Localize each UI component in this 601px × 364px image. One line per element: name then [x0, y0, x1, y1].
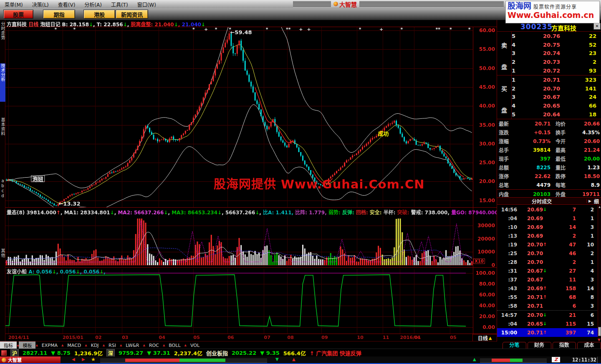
toolbar-grip[interactable]: [293, 1, 504, 7]
tick-row-4[interactable]: :1920.70↑4710: [497, 240, 598, 249]
tick-time: :10: [497, 224, 517, 230]
quantity: 93: [560, 68, 601, 74]
sidebar-item-3[interactable]: abcd: [0, 178, 5, 208]
price: 20.72: [520, 68, 560, 74]
tick-count: 2: [576, 251, 598, 256]
period-up-icon: ▲: [489, 336, 492, 340]
boat-axis-tick: 40.00: [473, 303, 495, 309]
tick-row-12[interactable]: 14:5720.70↓216: [497, 310, 598, 319]
tick-arrow-icon: ↑: [543, 330, 548, 335]
favorite-star-icon[interactable]: ★: [91, 356, 96, 362]
tick-detail-button[interactable]: 细: [593, 198, 601, 205]
tab-成本[interactable]: 成本: [577, 342, 601, 349]
indicator-tab-LW&R[interactable]: LW&R: [122, 342, 143, 349]
indicator-tab-KDJ[interactable]: KDJ: [87, 342, 103, 349]
sidebar-item-4[interactable]: 其他: [0, 249, 5, 269]
tick-row-14[interactable]: 15:0020.71↑39774: [497, 328, 598, 337]
tick-row-5[interactable]: :2520.70462: [497, 249, 598, 258]
ask-row-1[interactable]: 420.7552: [512, 40, 601, 49]
menu-item-3[interactable]: 分析(A): [80, 1, 106, 8]
indicator-tab-MACD[interactable]: MACD: [63, 342, 85, 349]
indicator-tab-指标[interactable]: 指标: [0, 341, 17, 349]
sidebar-item-0[interactable]: 分时走势: [0, 22, 5, 61]
tick-row-6[interactable]: :2820.7021: [497, 258, 598, 266]
stat-label: 总笔: [497, 181, 520, 188]
status-item-10: ▼ 9.35: [260, 350, 280, 356]
indicator-tab-bar: 指标▲模板▲EXPMA▲MACD▲KDJ▲RSI▲LW&R▲ROC▲BOLL▲V…: [0, 341, 497, 349]
indicator-tab-VOL[interactable]: VOL: [187, 342, 203, 349]
bid-row-3[interactable]: 420.6566: [512, 101, 601, 110]
menu-item-4[interactable]: 工具(T): [106, 1, 133, 8]
bid-row-4[interactable]: 520.6418: [512, 110, 601, 119]
down-arrow-icon[interactable]: ▼: [275, 357, 279, 361]
indicator-tab-BOLL[interactable]: BOLL: [165, 342, 184, 349]
tick-row-1[interactable]: :0420.6911: [497, 214, 598, 223]
date-axis-label: 04: [159, 335, 165, 340]
stat-label: 最低: [550, 155, 576, 162]
tick-row-2[interactable]: :1020.69143: [497, 223, 598, 231]
price-axis-tick: 45.00: [473, 84, 495, 90]
ask-row-4[interactable]: 120.7293: [512, 66, 601, 75]
tick-volume: 68: [548, 294, 576, 300]
quantity: 141: [560, 85, 601, 92]
indicator-tab-RSI[interactable]: RSI: [105, 342, 120, 349]
volume-chart[interactable]: [5, 216, 473, 267]
indicator-tab-EXPMA[interactable]: EXPMA: [38, 342, 61, 349]
order-book: 卖 盘 买 盘 520.7622420.7552320.7423220.7321…: [497, 31, 601, 119]
tick-row-0[interactable]: 14:5620.69↓72: [497, 205, 598, 214]
menu-item-1[interactable]: 决策(L): [28, 1, 53, 8]
period-selector[interactable]: 日线 ▲: [472, 334, 497, 341]
next-arrow-icon[interactable]: ▶: [82, 357, 85, 361]
toolbar-button-2[interactable]: 港股: [83, 10, 115, 19]
menu-item-2[interactable]: 查看(V): [53, 1, 80, 8]
menu-item-5[interactable]: 窗口(W): [133, 1, 161, 8]
tick-row-11[interactable]: :5820.7163: [497, 301, 598, 310]
up-green-arrow-icon[interactable]: ▲: [473, 357, 476, 361]
menu-item-0[interactable]: 菜单(M): [0, 1, 28, 8]
toolbar-button-0[interactable]: 股票: [3, 10, 33, 19]
z-logo-icon[interactable]: Z: [552, 357, 560, 362]
price-axis-tick: 15.00: [473, 198, 495, 203]
up-arrow-icon[interactable]: ▲: [292, 357, 295, 361]
ask-row-3[interactable]: 220.732: [512, 58, 601, 66]
ask-row-2[interactable]: 320.7423: [512, 49, 601, 58]
tick-volume: 158: [548, 286, 576, 291]
tick-row-13[interactable]: :0420.65↓11515: [497, 319, 598, 328]
sidebar-item-2[interactable]: 基本资料: [0, 118, 5, 156]
quantity: 323: [560, 77, 601, 83]
stat-label: 内盘: [497, 191, 520, 198]
indicator-tab-模板[interactable]: 模板: [19, 341, 35, 349]
tick-row-7[interactable]: :3120.67↓274: [497, 266, 598, 275]
bid-row-0[interactable]: 120.71323: [512, 75, 601, 84]
toolbar-button-3[interactable]: 新闻资讯: [116, 10, 148, 19]
taskbar-logo[interactable]: 大智慧: [0, 356, 61, 363]
breadth-bar-2[interactable]: [480, 358, 547, 363]
tab-指数[interactable]: 指数: [553, 342, 576, 349]
close-icon[interactable]: ✕: [593, 23, 601, 30]
tick-time: :55: [497, 294, 517, 300]
text-part: 安全:: [370, 210, 384, 216]
prev-arrow-icon[interactable]: ◀: [72, 357, 75, 361]
scroll-thumb[interactable]: [598, 327, 601, 336]
tick-scrollbar[interactable]: ▲: [598, 205, 601, 337]
bid-row-2[interactable]: 320.6724: [512, 93, 601, 102]
tick-row-10[interactable]: :5520.71↑688: [497, 293, 598, 301]
breadth-bar[interactable]: [100, 358, 267, 363]
sidebar-item-1[interactable]: 技术分析: [0, 63, 5, 102]
tick-row-8[interactable]: :3720.67113: [497, 275, 598, 284]
tick-arrow-icon: ↑: [543, 242, 548, 247]
boat-oscillator-chart[interactable]: [5, 269, 473, 334]
ask-row-0[interactable]: 520.7622: [512, 32, 601, 40]
scroll-up-icon[interactable]: ▲: [598, 205, 601, 209]
tab-财务[interactable]: 财务: [528, 342, 551, 349]
indicator-tab-ROC[interactable]: ROC: [145, 342, 163, 349]
tab-分笔[interactable]: 分笔: [503, 342, 526, 349]
bid-row-1[interactable]: 220.70141: [512, 84, 601, 93]
text-part: ,: [222, 210, 225, 216]
toolbar-button-1[interactable]: 期指: [43, 10, 75, 19]
tick-play-icon[interactable]: ▶: [586, 199, 593, 203]
tick-row-9[interactable]: :4320.69↑15814: [497, 284, 598, 293]
tick-row-3[interactable]: :1320.6921: [497, 231, 598, 240]
status-item-7: 2,237.4亿: [174, 349, 202, 357]
price: 20.64: [520, 111, 560, 118]
